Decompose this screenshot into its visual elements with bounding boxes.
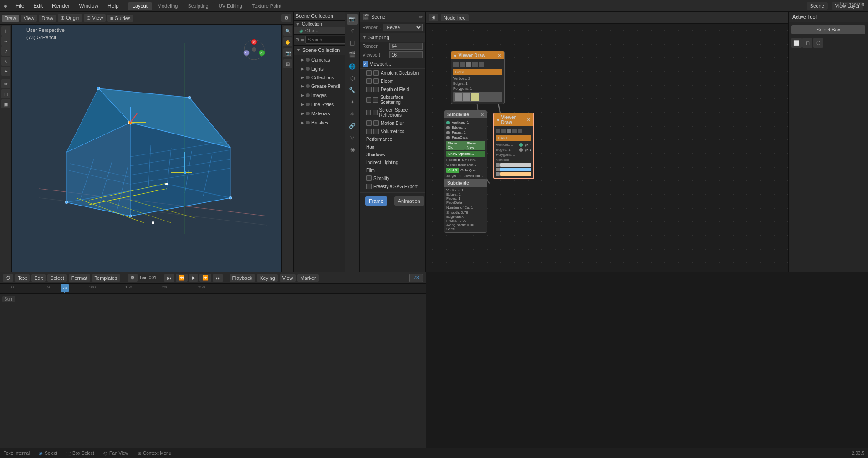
ambient-occlusion-item[interactable]: Ambient Occlusion bbox=[360, 69, 425, 77]
physics-icon[interactable]: ⚛ bbox=[347, 108, 358, 119]
next-frame-btn[interactable]: ⏩ bbox=[199, 274, 211, 282]
ssr-item[interactable]: Screen Space Reflections bbox=[360, 106, 425, 119]
view-layer-icon[interactable]: ◫ bbox=[347, 37, 358, 48]
constraints-icon[interactable]: 🔗 bbox=[347, 120, 358, 131]
ao-checkbox[interactable] bbox=[366, 70, 372, 76]
scene-name[interactable]: Scene bbox=[807, 2, 828, 10]
filter-icon[interactable]: ⚙ bbox=[295, 36, 300, 44]
vol-vp-checkbox[interactable] bbox=[373, 129, 379, 134]
format-menu[interactable]: Format bbox=[69, 274, 90, 282]
subdivide-close[interactable]: ✕ bbox=[480, 113, 484, 117]
pan-tool[interactable]: ✋ bbox=[283, 37, 292, 46]
show-options-btn[interactable]: Show Options... bbox=[446, 151, 485, 157]
object-props-icon[interactable]: ⬡ bbox=[347, 73, 358, 84]
transform-tool[interactable]: ✦ bbox=[1, 67, 10, 76]
menu-help[interactable]: Help bbox=[103, 0, 123, 11]
indirect-lighting-item[interactable]: Indirect Lighting bbox=[360, 159, 425, 166]
particles-icon[interactable]: ✦ bbox=[347, 97, 358, 108]
tool-icon-1[interactable]: ⬜ bbox=[791, 38, 802, 48]
view-menu[interactable]: View bbox=[280, 274, 296, 282]
hair-item[interactable]: Hair bbox=[360, 143, 425, 151]
ctrl-r-btn[interactable]: Ctrl R bbox=[446, 168, 459, 173]
socket-e1[interactable] bbox=[446, 126, 450, 129]
grid-tool[interactable]: ⊞ bbox=[283, 59, 292, 68]
v2-socket-e[interactable] bbox=[519, 148, 523, 152]
simplify-checkbox[interactable] bbox=[366, 175, 372, 181]
freestyle-checkbox[interactable] bbox=[366, 184, 372, 189]
guides-btn[interactable]: ≡ Guides bbox=[107, 15, 133, 22]
viewport-canvas[interactable]: User Perspective (73) GrPencil bbox=[12, 25, 281, 272]
draw-tool[interactable]: ✏ bbox=[1, 79, 10, 88]
frame-button[interactable]: Frame bbox=[365, 196, 387, 206]
timeline-type-btn[interactable]: ⏱ bbox=[3, 274, 13, 282]
node-editor-mode[interactable]: ⊞ bbox=[429, 14, 438, 21]
subsurface-vp-checkbox[interactable] bbox=[373, 97, 378, 103]
material-icon[interactable]: ◉ bbox=[347, 144, 358, 155]
detail-node[interactable]: Subdivide Vertices: 1 Edges: 1 Faces: 1 … bbox=[444, 179, 487, 233]
move-tool[interactable]: ↔ bbox=[1, 36, 10, 46]
subdivide-node[interactable]: Subdivide ✕ Vertices: 1 Edges: 1 Faces: … bbox=[444, 110, 487, 180]
socket-v1[interactable] bbox=[446, 121, 450, 124]
menu-file[interactable]: File bbox=[11, 0, 29, 11]
bloom-checkbox[interactable] bbox=[366, 78, 372, 84]
ssr-vp-checkbox[interactable] bbox=[373, 110, 377, 115]
menu-edit[interactable]: Edit bbox=[29, 0, 47, 11]
workspace-sculpting[interactable]: Sculpting bbox=[183, 2, 213, 10]
performance-item[interactable]: Performance bbox=[360, 135, 425, 143]
3d-object[interactable] bbox=[39, 43, 267, 234]
camera-tool[interactable]: 📷 bbox=[283, 48, 292, 57]
bloom-vp-checkbox[interactable] bbox=[373, 78, 379, 84]
render-engine-select[interactable]: Eevee Cycles Workbench bbox=[383, 24, 423, 31]
workspace-layout[interactable]: Layout bbox=[128, 2, 152, 10]
data-icon[interactable]: ▽ bbox=[347, 132, 358, 143]
show-old-btn[interactable]: Show Old bbox=[446, 141, 465, 150]
modifier-icon[interactable]: 🔧 bbox=[347, 85, 358, 96]
cursor-tool[interactable]: ✛ bbox=[1, 26, 10, 36]
scale-tool[interactable]: ⤡ bbox=[1, 57, 10, 66]
subsurface-checkbox[interactable] bbox=[366, 97, 371, 103]
dof-item[interactable]: Depth of Field bbox=[360, 85, 425, 93]
jump-start-btn[interactable]: ⏮ bbox=[164, 274, 174, 282]
workspace-uvediting[interactable]: UV Editing bbox=[214, 2, 247, 10]
zoom-tool[interactable]: 🔍 bbox=[283, 26, 292, 36]
mb-checkbox[interactable] bbox=[366, 120, 372, 126]
show-new-btn[interactable]: Show New bbox=[465, 141, 485, 150]
render-props-icon[interactable]: 📷 bbox=[347, 14, 358, 25]
viewer-draw-node-2[interactable]: ● Viewer Draw ✕ BAKE Vertices: 1 bbox=[493, 113, 534, 179]
sort-icon[interactable]: ≡ bbox=[301, 36, 304, 44]
node-editor-type[interactable]: NodeTree bbox=[441, 14, 469, 21]
viewer-draw-node-1[interactable]: ● Viewer Draw ✕ BAKE Vertices: 2 Edges: … bbox=[451, 51, 505, 104]
dof-checkbox[interactable] bbox=[366, 87, 372, 92]
bloom-item[interactable]: Bloom bbox=[360, 77, 425, 85]
socket-f1[interactable] bbox=[446, 131, 450, 134]
edit-menu[interactable]: Edit bbox=[31, 274, 46, 282]
erase-tool[interactable]: ◻ bbox=[1, 89, 10, 98]
viewer1-close[interactable]: ✕ bbox=[498, 53, 501, 58]
socket-fd1[interactable] bbox=[446, 136, 450, 139]
select-menu[interactable]: Select bbox=[47, 274, 67, 282]
menu-render[interactable]: Render bbox=[47, 0, 74, 11]
scene-props-icon[interactable]: 🎬 bbox=[347, 49, 358, 60]
current-frame-display[interactable]: 73 bbox=[409, 274, 423, 282]
subsurface-item[interactable]: Subsurface Scattering bbox=[360, 93, 425, 106]
playback-menu[interactable]: Playback bbox=[230, 274, 255, 282]
mb-vp-checkbox[interactable] bbox=[373, 120, 379, 126]
workspace-texturepaint[interactable]: Texture Paint bbox=[248, 2, 286, 10]
world-props-icon[interactable]: 🌐 bbox=[347, 61, 358, 72]
v2-socket-v[interactable] bbox=[519, 143, 523, 147]
fill-tool[interactable]: ▣ bbox=[1, 99, 10, 108]
tool-icon-3[interactable]: ⬡ bbox=[813, 38, 823, 48]
motionblur-item[interactable]: Motion Blur bbox=[360, 119, 425, 127]
volumetrics-item[interactable]: Volumetrics bbox=[360, 127, 425, 135]
menu-window[interactable]: Window bbox=[74, 0, 103, 11]
v1-icon1[interactable] bbox=[453, 62, 459, 67]
ssr-checkbox[interactable] bbox=[366, 110, 371, 115]
marker-menu[interactable]: Marker bbox=[297, 274, 318, 282]
v1-icon3[interactable] bbox=[466, 62, 471, 67]
keying-menu[interactable]: Keying bbox=[257, 274, 278, 282]
blender-logo[interactable]: ● bbox=[0, 0, 11, 11]
sampling-header[interactable]: ▼ Sampling bbox=[360, 33, 425, 42]
prev-frame-btn[interactable]: ⏪ bbox=[176, 274, 188, 282]
jump-end-btn[interactable]: ⏭ bbox=[213, 274, 223, 282]
origin-btn[interactable]: ⊕ Origin bbox=[58, 14, 82, 22]
